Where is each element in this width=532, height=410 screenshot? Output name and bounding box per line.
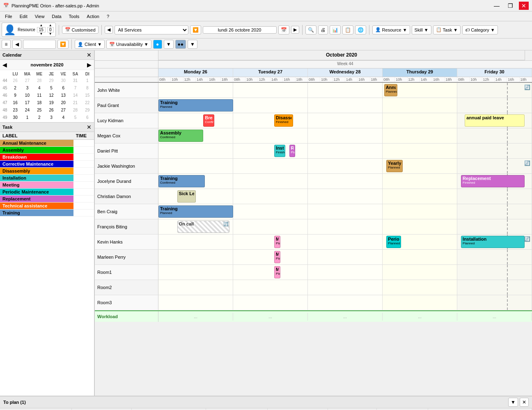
cal-day[interactable]: 4 [34, 84, 45, 92]
cal-day[interactable]: 26 [46, 107, 57, 114]
resource-schedule-cell[interactable]: Mee.Plan. [158, 250, 532, 264]
cal-day[interactable]: 21 [69, 99, 81, 107]
resource-schedule-cell[interactable]: TrainingPlanned [158, 204, 532, 219]
cal-day[interactable]: 14 [69, 92, 81, 99]
cal-day[interactable]: 23 [9, 107, 21, 114]
cal-day[interactable]: 8 [82, 84, 93, 92]
resource-schedule-cell[interactable]: InstallationFinishedRep.Plan. [158, 144, 532, 158]
resource-schedule-cell[interactable]: Mee.Plan. [158, 265, 532, 280]
to-plan-close-button[interactable]: ✕ [520, 398, 529, 407]
next-nav-button[interactable]: ▶ [291, 26, 299, 34]
close-button[interactable]: ✕ [519, 2, 529, 10]
cal-day[interactable]: 27 [57, 107, 69, 114]
sort-icon-button[interactable]: ≡ [2, 40, 11, 49]
event-block[interactable]: Mee.Plan. [274, 251, 280, 263]
cal-day[interactable]: 2 [9, 84, 21, 92]
menu-data[interactable]: Data [48, 13, 64, 20]
maximize-button[interactable]: ❐ [505, 2, 516, 10]
cal-day[interactable]: 5 [46, 84, 57, 92]
event-block[interactable]: TrainingPlanned [158, 205, 233, 218]
menu-action[interactable]: Action [83, 13, 103, 20]
to-plan-dropdown-button[interactable]: ▼ [508, 398, 518, 407]
cal-day[interactable]: 6 [57, 84, 69, 92]
prev-nav-button[interactable]: ◀ [105, 26, 113, 34]
cal-day[interactable]: 16 [9, 99, 21, 107]
copy-icon-button[interactable]: 📋 [342, 25, 353, 34]
cal-day[interactable]: 20 [57, 99, 69, 107]
resource-schedule-cell[interactable]: Sick Leave [158, 189, 532, 204]
cal-prev-button[interactable]: ◀ [2, 61, 7, 68]
cal-day[interactable]: 22 [82, 99, 93, 107]
event-block[interactable]: BreakdownConfirmed [203, 114, 214, 127]
event-block[interactable]: ReplacementFinished [461, 175, 525, 187]
event-block[interactable]: InstallationFinished [274, 145, 285, 157]
event-block[interactable]: AssemblyConfirmed [158, 130, 203, 142]
event-block[interactable]: Rep.Plan. [289, 145, 296, 157]
cal-day[interactable]: 27 [21, 77, 33, 84]
cal-day[interactable]: 6 [82, 114, 93, 121]
category-filter-button[interactable]: 🏷 Category ▼ [462, 25, 498, 34]
resource-schedule-cell[interactable] [158, 280, 532, 295]
cal-day[interactable]: 13 [57, 92, 69, 99]
resource-schedule-cell[interactable]: AssemblyConfirmed [158, 128, 532, 143]
event-block[interactable]: Mee.Plan. [274, 236, 280, 248]
event-block[interactable]: InstallationPlanned [461, 236, 525, 248]
search-input[interactable] [23, 40, 56, 49]
resource-schedule-cell[interactable]: BreakdownConfirmedDisassemblyFinishedann… [158, 113, 532, 128]
event-block[interactable]: DisassemblyFinished [274, 114, 293, 127]
export-icon-button[interactable]: 📊 [330, 25, 341, 34]
menu-help[interactable]: ? [103, 13, 112, 20]
cal-day[interactable]: 4 [57, 114, 69, 121]
cal-day[interactable]: 1 [82, 77, 93, 84]
calendar-icon-button[interactable]: 📅 [278, 25, 289, 34]
refresh-icon[interactable]: 🔄 [524, 236, 530, 242]
cal-day[interactable]: 2 [34, 114, 45, 121]
cal-day[interactable]: 11 [34, 92, 45, 99]
unavailability-filter-button[interactable]: 📅 Unavailability ▼ [106, 40, 151, 49]
menu-view[interactable]: View [32, 13, 48, 20]
filter-icon-button[interactable]: 🔽 [190, 25, 201, 34]
toggle-btn1[interactable]: ● [153, 40, 162, 49]
customised-button[interactable]: 📅 Customised [62, 26, 99, 34]
resource-schedule-cell[interactable]: On call🔄 [158, 219, 532, 234]
cal-day[interactable]: 31 [69, 77, 81, 84]
event-block[interactable]: Yearly MaintenancePlanned [386, 160, 403, 172]
toggle-btn2[interactable]: ▼ [164, 40, 174, 49]
resource-schedule-cell[interactable]: Mee.Plan.Periodic MaintenancePlannedInst… [158, 235, 532, 249]
resource-schedule-cell[interactable] [158, 295, 532, 310]
cal-day[interactable]: 10 [21, 92, 33, 99]
cal-day[interactable]: 3 [21, 84, 33, 92]
spin-down[interactable]: ▼ [37, 32, 46, 36]
calendar-close-button[interactable]: ✕ [87, 52, 92, 58]
toggle-btn4[interactable]: ▼ [188, 40, 197, 49]
cal-day[interactable]: 28 [69, 107, 81, 114]
cal-day[interactable]: 25 [34, 107, 45, 114]
menu-file[interactable]: File [2, 13, 16, 20]
cal-day[interactable]: 29 [82, 107, 93, 114]
cal-day[interactable]: 1 [21, 114, 33, 121]
resource-schedule-cell[interactable]: TrainingConfirmedReplacementFinished [158, 174, 532, 189]
menu-edit[interactable]: Edit [16, 13, 31, 20]
refresh-icon[interactable]: 🔄 [524, 84, 530, 90]
spin-up2[interactable]: ▲ [47, 24, 54, 27]
cal-day[interactable]: 30 [9, 114, 21, 121]
refresh-icon[interactable]: 🔄 [524, 160, 530, 166]
spin-down2[interactable]: ▼ [47, 32, 54, 36]
task-filter-button[interactable]: 📋 Task ▼ [433, 25, 461, 34]
event-block[interactable]: Sick Leave [177, 190, 196, 203]
resource-filter-button[interactable]: 👤 Resource ▼ [372, 25, 410, 34]
cal-day[interactable]: 12 [46, 92, 57, 99]
event-block[interactable]: TrainingConfirmed [158, 175, 205, 187]
search-icon-button[interactable]: 🔍 [305, 25, 316, 34]
scheduler-wrapper[interactable]: October 2020 Week 44 Monday 26Tuesday 27… [95, 50, 532, 396]
spin-up[interactable]: ▲ [37, 24, 46, 27]
cal-next-button[interactable]: ▶ [87, 61, 92, 68]
cal-day[interactable]: 17 [21, 99, 33, 107]
event-block[interactable]: On call🔄 [177, 221, 229, 233]
resource-schedule-cell[interactable]: TrainingPlanned [158, 98, 532, 113]
client-filter-button[interactable]: 👤 Client ▼ [75, 40, 105, 49]
skill-filter-button[interactable]: Skill ▼ [412, 25, 431, 34]
refresh-icon-button[interactable]: 🌐 [355, 25, 366, 34]
cal-day[interactable]: 29 [46, 77, 57, 84]
toggle-btn3[interactable]: ●● [175, 40, 186, 49]
